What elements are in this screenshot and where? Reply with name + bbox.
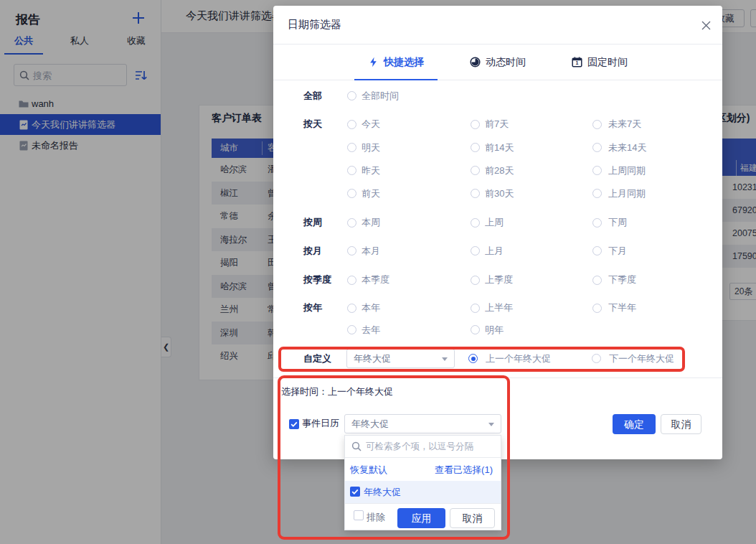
cancel-button[interactable]: 取消 (661, 414, 701, 434)
radio-label[interactable]: 上季度 (485, 273, 513, 287)
radio-label[interactable]: 下周 (608, 215, 627, 230)
search-icon (351, 441, 362, 451)
dropdown-item[interactable]: 年终大促 (345, 481, 501, 503)
dropdown-links-row: 恢复默认 查看已选择(1) (345, 458, 501, 481)
tab-quick-select-label: 快捷选择 (384, 56, 424, 69)
radio-下半年[interactable] (592, 304, 602, 313)
radio-去年[interactable] (347, 325, 356, 334)
radio-label[interactable]: 上月 (485, 244, 504, 258)
check-icon (351, 487, 359, 496)
radio-本周[interactable] (347, 218, 356, 228)
radio-label[interactable]: 下半年 (608, 301, 636, 315)
group-label-custom: 自定义 (303, 352, 331, 366)
radio-next-event[interactable] (592, 354, 601, 363)
radio-前14天[interactable] (471, 143, 480, 152)
radio-label[interactable]: 上周 (485, 215, 504, 230)
radio-label[interactable]: 未来14天 (608, 141, 646, 155)
radio-全部时间[interactable] (347, 91, 356, 100)
tab-fixed-time[interactable]: 1 固定时间 (558, 44, 641, 80)
tab-dynamic-time-label: 动态时间 (486, 56, 526, 69)
radio-next-event-label[interactable]: 下一个年终大促 (609, 352, 674, 366)
radio-本季度[interactable] (347, 276, 356, 285)
radio-label[interactable]: 上周同期 (608, 164, 646, 178)
radio-上月[interactable] (471, 246, 480, 255)
dropdown-footer: 排除 应用 取消 (345, 503, 501, 530)
radio-label[interactable]: 去年 (362, 323, 380, 337)
tab-fixed-time-label: 固定时间 (587, 56, 628, 69)
radio-前天[interactable] (347, 189, 356, 198)
event-calendar-select[interactable]: 年终大促 (344, 414, 501, 433)
group-label: 按季度 (303, 273, 331, 287)
event-calendar-select-value: 年终大促 (351, 418, 389, 431)
close-icon[interactable] (701, 20, 712, 31)
radio-prev-event[interactable] (468, 354, 478, 363)
radio-label[interactable]: 上半年 (485, 301, 513, 315)
dropdown-search-input[interactable]: 可检索多个项，以逗号分隔 (345, 436, 501, 458)
view-selected-link[interactable]: 查看已选择(1) (435, 464, 493, 477)
radio-前30天[interactable] (471, 189, 480, 198)
dialog-title: 日期筛选器 (288, 18, 341, 32)
radio-上周同期[interactable] (592, 166, 602, 175)
svg-text:1: 1 (576, 60, 579, 65)
radio-label[interactable]: 本周 (362, 215, 380, 230)
check-icon (290, 420, 298, 428)
dropdown-item-label: 年终大促 (364, 486, 401, 499)
apply-button[interactable]: 应用 (397, 508, 445, 528)
radio-上半年[interactable] (471, 304, 480, 313)
radio-下季度[interactable] (592, 276, 602, 285)
radio-前7天[interactable] (471, 120, 480, 129)
radio-label[interactable]: 今天 (362, 117, 380, 131)
radio-label[interactable]: 上月同期 (608, 187, 646, 201)
event-calendar-checkbox[interactable] (289, 419, 299, 429)
radio-label[interactable]: 前14天 (485, 141, 514, 155)
radio-label[interactable]: 前30天 (485, 187, 514, 201)
group-label: 全部 (303, 89, 322, 103)
radio-label[interactable]: 明天 (362, 141, 380, 155)
radio-明天[interactable] (347, 143, 356, 152)
radio-label[interactable]: 下月 (608, 244, 627, 258)
radio-label[interactable]: 昨天 (362, 164, 380, 178)
date-filter-dialog: 日期筛选器 快捷选择 动态时间 (273, 6, 722, 459)
ok-button[interactable]: 确定 (613, 414, 656, 434)
group-label: 按周 (303, 215, 322, 230)
group-label: 按天 (303, 117, 322, 131)
radio-label[interactable]: 本季度 (362, 273, 389, 287)
selected-time-text: 选择时间：上一个年终大促 (281, 385, 393, 398)
radio-label[interactable]: 明年 (485, 323, 504, 337)
radio-label[interactable]: 本月 (362, 244, 380, 258)
reset-default-link[interactable]: 恢复默认 (350, 464, 387, 477)
radio-label[interactable]: 前7天 (485, 117, 509, 131)
radio-下月[interactable] (592, 246, 602, 255)
tab-dynamic-time[interactable]: 动态时间 (456, 44, 539, 80)
radio-今天[interactable] (347, 120, 356, 129)
radio-label[interactable]: 前28天 (485, 164, 514, 178)
radio-label[interactable]: 本年 (362, 301, 380, 315)
radio-未来7天[interactable] (592, 120, 602, 129)
tab-quick-select[interactable]: 快捷选择 (354, 44, 438, 80)
radio-label[interactable]: 前天 (362, 187, 380, 201)
radio-label[interactable]: 下季度 (608, 273, 636, 287)
chevron-down-icon (488, 423, 494, 426)
lightning-icon (368, 57, 379, 67)
radio-上周[interactable] (471, 218, 480, 228)
dialog-header: 日期筛选器 (273, 6, 722, 44)
radio-明年[interactable] (471, 325, 480, 334)
radio-label[interactable]: 全部时间 (362, 89, 399, 103)
radio-上月同期[interactable] (592, 189, 602, 198)
radio-label[interactable]: 未来7天 (608, 117, 641, 131)
radio-本月[interactable] (347, 246, 356, 255)
radio-上季度[interactable] (471, 276, 480, 285)
radio-本年[interactable] (347, 304, 356, 313)
dropdown-cancel-button[interactable]: 取消 (450, 508, 495, 528)
custom-event-select-value: 年终大促 (354, 352, 391, 365)
calendar-icon: 1 (572, 57, 582, 67)
item-checkbox[interactable] (350, 487, 360, 497)
exclude-checkbox[interactable] (354, 510, 364, 520)
radio-下周[interactable] (592, 218, 602, 228)
radio-未来14天[interactable] (592, 143, 602, 152)
chevron-down-icon (442, 357, 448, 361)
custom-event-select[interactable]: 年终大促 (346, 349, 455, 368)
radio-prev-event-label[interactable]: 上一个年终大促 (486, 352, 551, 366)
radio-昨天[interactable] (347, 166, 356, 175)
radio-前28天[interactable] (471, 166, 480, 175)
